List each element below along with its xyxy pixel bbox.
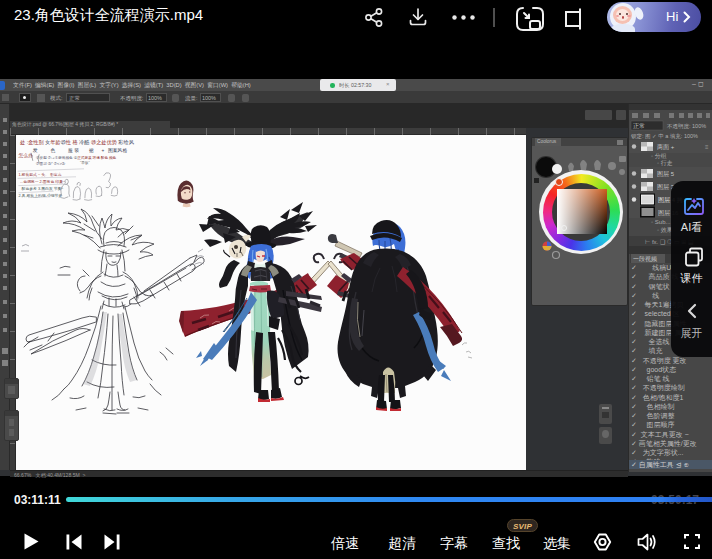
svg-text:...色调统一 2.固有色 印象~: ...色调统一 2.固有色 印象~ bbox=[20, 179, 66, 184]
svg-text:发 色服 装裙+图案风格: 发 色服 装裙+图案风格 bbox=[33, 147, 128, 154]
svg-text:图层 5: 图层 5 bbox=[657, 171, 675, 178]
svg-text:锁定: 图 ✓ 中 a 填充: 100%: 锁定: 图 ✓ 中 a 填充: 100% bbox=[630, 133, 698, 140]
svg-text:处 :金性别 女年龄㉕性 格 冷酷 ㉘之处优势 彩绘风: 处 :金性别 女年龄㉕性 格 冷酷 ㉘之处优势 彩绘风 bbox=[20, 139, 134, 146]
svg-text:正常: 正常 bbox=[633, 123, 645, 129]
svg-text:≡: ≡ bbox=[705, 144, 709, 150]
svg-text:两面 +: 两面 + bbox=[657, 143, 675, 151]
svg-text:"早饭": "早饭" bbox=[80, 161, 90, 165]
svg-text:①发型 ②-+①服饰颜色 ④正式服装 环境 配色 颜色: ①发型 ②-+①服饰颜色 ④正式服装 环境 配色 颜色 bbox=[36, 155, 117, 160]
svg-text:◦ 行走: ◦ 行走 bbox=[657, 160, 673, 167]
svg-text:②面部 ③* ②<>③: ②面部 ③* ②<>③ bbox=[36, 161, 66, 166]
svg-text:◦ Sub...: ◦ Sub... bbox=[651, 219, 671, 225]
svg-text:不透明度: 100%: 不透明度: 100% bbox=[667, 123, 706, 130]
svg-text:配色参考 3.黑白灰 节奏^: 配色参考 3.黑白灰 节奏^ bbox=[22, 186, 64, 191]
svg-text:1.服装款式 ~ 头、 彩度高: 1.服装款式 ~ 头、 彩度高 bbox=[18, 172, 61, 177]
svg-text:怎么办: 怎么办 bbox=[17, 153, 33, 158]
svg-text:◦ 分组: ◦ 分组 bbox=[651, 153, 667, 159]
svg-text:一段视频: 一段视频 bbox=[633, 255, 657, 263]
